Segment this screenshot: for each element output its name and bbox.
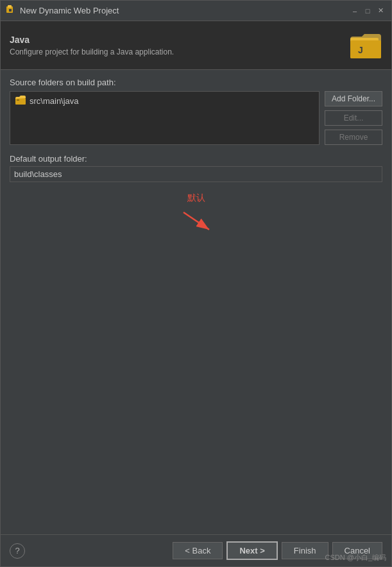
package-icon [15, 96, 26, 106]
window-title: New Dynamic Web Project [20, 6, 345, 15]
arrow-annotation [171, 207, 222, 235]
output-folder-input[interactable]: build\classes [10, 166, 382, 182]
folder-name: src\main\java [30, 96, 79, 106]
remove-button[interactable]: Remove [325, 130, 382, 145]
list-item[interactable]: src\main\java [13, 94, 316, 108]
source-section: Source folders on build path: src\main\j… [10, 78, 382, 145]
header-subtitle: Configure project for building a Java ap… [10, 47, 174, 56]
content-area: Source folders on build path: src\main\j… [1, 70, 391, 534]
main-window: New Dynamic Web Project – □ ✕ Java Confi… [0, 0, 392, 567]
maximize-button[interactable]: □ [362, 5, 373, 17]
svg-line-9 [183, 212, 209, 230]
source-folders-area: src\main\java Add Folder... Edit... Remo… [10, 91, 382, 145]
window-controls: – □ ✕ [349, 5, 386, 17]
add-folder-button[interactable]: Add Folder... [325, 91, 382, 106]
title-bar: New Dynamic Web Project – □ ✕ [1, 1, 391, 21]
watermark: CSDN @小白_编码 [325, 553, 386, 563]
minimize-button[interactable]: – [349, 5, 361, 17]
folder-list[interactable]: src\main\java [10, 91, 320, 145]
side-buttons: Add Folder... Edit... Remove [325, 91, 382, 145]
svg-rect-6 [15, 98, 26, 105]
source-label: Source folders on build path: [10, 78, 382, 87]
help-button[interactable]: ? [10, 543, 25, 559]
window-icon [6, 4, 16, 17]
edit-button[interactable]: Edit... [325, 110, 382, 126]
svg-rect-7 [17, 99, 19, 101]
next-button[interactable]: Next > [226, 541, 277, 560]
finish-button[interactable]: Finish [282, 542, 328, 559]
header-title: Java [10, 35, 174, 45]
back-button[interactable]: < Back [173, 542, 223, 559]
output-section: Default output folder: build\classes [10, 154, 382, 182]
annotation-text: 默认 [187, 190, 205, 207]
svg-rect-4 [350, 40, 381, 58]
header-section: Java Configure project for building a Ja… [1, 21, 391, 70]
header-left: Java Configure project for building a Ja… [10, 35, 174, 56]
header-icon: J [349, 28, 382, 63]
svg-text:J: J [358, 45, 363, 55]
svg-rect-1 [8, 5, 12, 8]
output-label: Default output folder: [10, 154, 382, 164]
svg-rect-2 [9, 9, 12, 12]
close-button[interactable]: ✕ [375, 5, 386, 17]
